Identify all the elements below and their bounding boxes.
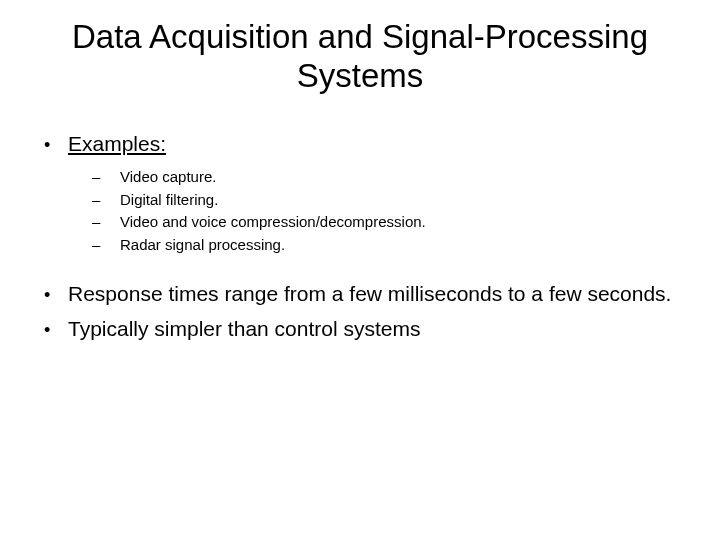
dash-icon — [92, 189, 120, 212]
subitem-text: Video and voice compression/decompressio… — [120, 211, 426, 234]
body-bullet-text: Response times range from a few millisec… — [68, 280, 671, 308]
examples-sublist: Video capture. Digital filtering. Video … — [92, 166, 678, 256]
slide-title: Data Acquisition and Signal-Processing S… — [42, 18, 678, 96]
dash-icon — [92, 234, 120, 257]
examples-label: Examples: — [68, 130, 166, 158]
examples-heading-row: Examples: — [42, 130, 678, 158]
dash-icon — [92, 166, 120, 189]
body-bullet-text: Typically simpler than control systems — [68, 315, 420, 343]
bullet-icon — [42, 315, 68, 343]
bullet-icon — [42, 130, 68, 158]
list-item: Video and voice compression/decompressio… — [92, 211, 678, 234]
subitem-text: Radar signal processing. — [120, 234, 285, 257]
list-item: Response times range from a few millisec… — [42, 280, 678, 308]
list-item: Digital filtering. — [92, 189, 678, 212]
body-bullets: Response times range from a few millisec… — [42, 280, 678, 343]
examples-section: Examples: Video capture. Digital filteri… — [42, 130, 678, 256]
subitem-text: Digital filtering. — [120, 189, 218, 212]
dash-icon — [92, 211, 120, 234]
list-item: Radar signal processing. — [92, 234, 678, 257]
bullet-icon — [42, 280, 68, 308]
subitem-text: Video capture. — [120, 166, 216, 189]
list-item: Typically simpler than control systems — [42, 315, 678, 343]
list-item: Video capture. — [92, 166, 678, 189]
